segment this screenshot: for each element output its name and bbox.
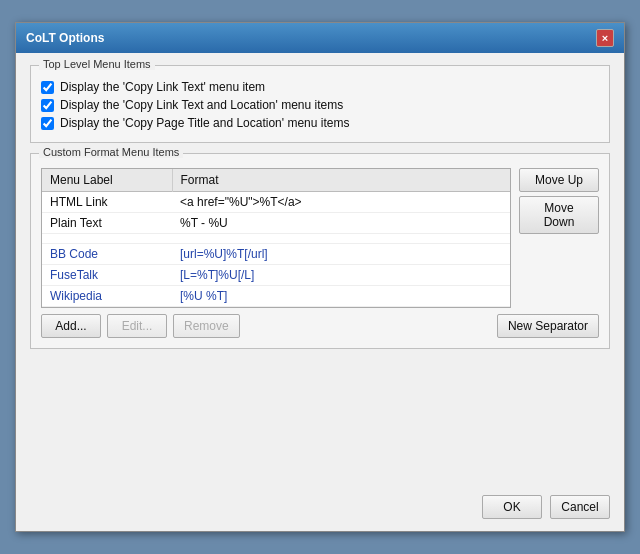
custom-format-group: Custom Format Menu Items Menu Label Form… <box>30 153 610 349</box>
table-row[interactable]: Plain Text%T - %U <box>42 213 510 234</box>
title-bar: CoLT Options × <box>16 23 624 53</box>
move-down-button[interactable]: Move Down <box>519 196 599 234</box>
bottom-buttons-row: Add... Edit... Remove New Separator <box>41 314 599 338</box>
colt-options-dialog: CoLT Options × Top Level Menu Items Disp… <box>15 22 625 532</box>
close-icon: × <box>602 32 608 44</box>
add-button[interactable]: Add... <box>41 314 101 338</box>
col-header-format: Format <box>172 169 510 192</box>
table-row[interactable]: BB Code[url=%U]%T[/url] <box>42 244 510 265</box>
edit-button[interactable]: Edit... <box>107 314 167 338</box>
top-level-group: Top Level Menu Items Display the 'Copy L… <box>30 65 610 143</box>
table-separator-row <box>42 234 510 244</box>
table-row[interactable]: HTML Link<a href="%U">%T</a> <box>42 192 510 213</box>
side-buttons: Move Up Move Down <box>519 168 599 308</box>
close-button[interactable]: × <box>596 29 614 47</box>
checkbox-row-2: Display the 'Copy Link Text and Location… <box>41 98 599 112</box>
remove-button[interactable]: Remove <box>173 314 240 338</box>
col-header-label: Menu Label <box>42 169 172 192</box>
move-up-button[interactable]: Move Up <box>519 168 599 192</box>
table-row[interactable]: FuseTalk[L=%T]%U[/L] <box>42 265 510 286</box>
checkbox-label-1[interactable]: Display the 'Copy Link Text' menu item <box>60 80 265 94</box>
custom-format-table: Menu Label Format HTML Link<a href="%U">… <box>42 169 510 307</box>
custom-format-table-container: Menu Label Format HTML Link<a href="%U">… <box>41 168 511 308</box>
top-level-group-label: Top Level Menu Items <box>39 58 155 70</box>
checkbox-copy-link-text-location[interactable] <box>41 99 54 112</box>
dialog-footer: OK Cancel <box>16 487 624 531</box>
dialog-body: Top Level Menu Items Display the 'Copy L… <box>16 53 624 487</box>
table-row[interactable]: Wikipedia[%U %T] <box>42 286 510 307</box>
checkbox-copy-link-text[interactable] <box>41 81 54 94</box>
checkbox-row-1: Display the 'Copy Link Text' menu item <box>41 80 599 94</box>
checkbox-copy-page-title[interactable] <box>41 117 54 130</box>
dialog-title: CoLT Options <box>26 31 104 45</box>
custom-format-group-label: Custom Format Menu Items <box>39 146 183 158</box>
ok-button[interactable]: OK <box>482 495 542 519</box>
checkbox-label-3[interactable]: Display the 'Copy Page Title and Locatio… <box>60 116 349 130</box>
checkbox-row-3: Display the 'Copy Page Title and Locatio… <box>41 116 599 130</box>
checkbox-label-2[interactable]: Display the 'Copy Link Text and Location… <box>60 98 343 112</box>
new-separator-button[interactable]: New Separator <box>497 314 599 338</box>
cancel-button[interactable]: Cancel <box>550 495 610 519</box>
